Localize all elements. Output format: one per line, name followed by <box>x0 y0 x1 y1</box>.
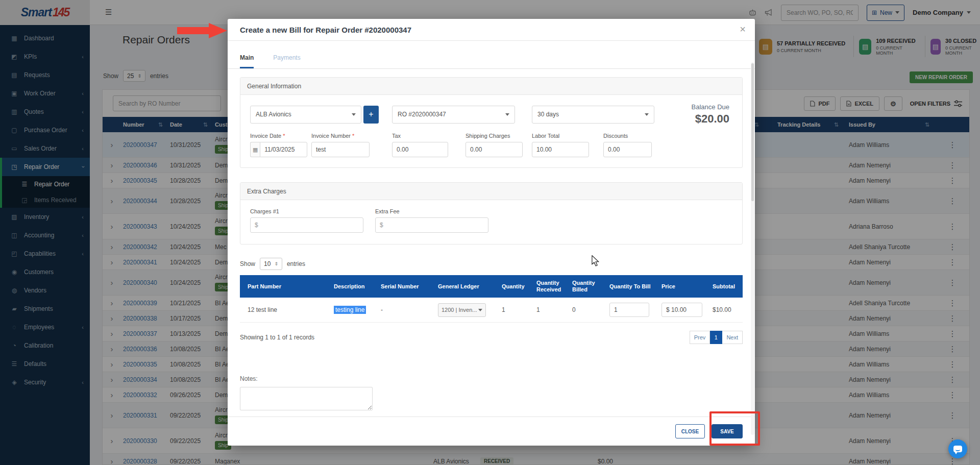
invoice-date-label: Invoice Date * <box>250 133 307 139</box>
repair-order-select[interactable]: RO #2020000347 <box>392 106 515 124</box>
tab-payments[interactable]: Payments <box>273 54 300 68</box>
discounts-label: Discounts <box>603 133 652 139</box>
serial-number-cell: - <box>374 306 431 313</box>
add-customer-button[interactable]: + <box>363 106 379 124</box>
pagination-next-button[interactable]: Next <box>722 331 743 344</box>
annotation-red-rectangle <box>709 411 760 446</box>
items-column-header-quantity-received: Quantity Received <box>529 280 565 293</box>
annotation-red-arrow <box>177 23 227 38</box>
quantity-received-cell: 1 <box>529 306 565 313</box>
quantity-billed-cell: 0 <box>565 306 602 313</box>
payment-terms-value: 30 days <box>537 111 559 118</box>
required-asterisk: * <box>283 133 285 139</box>
bill-items-header-row: Part NumberDescriptionSerial NumberGener… <box>240 275 743 298</box>
entries-label: entries <box>287 260 305 267</box>
charges-1-label: Charges #1 <box>250 208 363 214</box>
quantity-to-bill-input[interactable] <box>609 303 649 317</box>
items-column-header-quantity-to-bill: Quantity To Bill <box>602 283 654 290</box>
spinner-updown-icon: ⇕ <box>274 261 278 266</box>
scrollbar-thumb[interactable] <box>751 63 754 201</box>
modal-scrollbar[interactable] <box>751 62 754 435</box>
close-icon[interactable]: × <box>740 24 746 34</box>
balance-due-value: $20.00 <box>692 112 729 126</box>
items-column-header-subtotal: Subtotal <box>705 283 743 290</box>
bill-items-table: Part NumberDescriptionSerial NumberGener… <box>240 275 743 323</box>
tax-input[interactable] <box>392 142 448 157</box>
chat-bubble-icon <box>953 446 962 452</box>
create-bill-modal: Create a new Bill for Repair Order #2020… <box>228 19 755 446</box>
repair-order-select-value: RO #2020000347 <box>398 111 446 118</box>
items-column-header-part-number: Part Number <box>240 283 327 290</box>
items-column-header-general-ledger: General Ledger <box>431 283 495 290</box>
records-summary: Showing 1 to 1 of 1 records <box>240 334 314 341</box>
balance-due-block: Balance Due $20.00 <box>692 103 729 126</box>
invoice-number-input[interactable] <box>311 142 370 157</box>
customer-select-value: ALB Avionics <box>256 111 291 118</box>
shipping-charges-input[interactable] <box>465 142 523 157</box>
chevron-down-icon <box>505 113 509 116</box>
chevron-down-icon <box>478 309 482 311</box>
pagination: Prev 1 Next <box>690 331 743 344</box>
section-header-general: General Information <box>240 78 742 95</box>
application-root: Smart 145 ▦Dashboard◩KPIs‹▤Requests▣Work… <box>0 0 980 465</box>
items-column-header-quantity: Quantity <box>495 283 529 290</box>
pagination-prev-button[interactable]: Prev <box>690 331 710 344</box>
extra-charges-section: Extra Charges Charges #1 Extra Fee <box>240 182 743 244</box>
modal-title: Create a new Bill for Repair Order #2020… <box>240 26 411 34</box>
bill-item-row: 12 test line testing line - 1200 | Inven… <box>240 298 743 323</box>
payment-terms-select[interactable]: 30 days <box>532 106 654 124</box>
invoice-number-label: Invoice Number * <box>311 133 370 139</box>
general-ledger-select[interactable]: 1200 | Inven... <box>438 303 486 317</box>
balance-due-label: Balance Due <box>692 103 729 111</box>
items-column-header-description: Description <box>327 283 374 290</box>
price-input[interactable] <box>662 303 702 317</box>
general-information-section: General Information ALB Avionics + RO #2… <box>240 77 743 168</box>
notes-textarea[interactable] <box>240 387 373 410</box>
part-number-cell: 12 test line <box>240 306 327 313</box>
customer-select[interactable]: ALB Avionics <box>250 106 361 124</box>
items-column-header-serial-number: Serial Number <box>374 283 431 290</box>
labor-total-input[interactable] <box>532 142 589 157</box>
required-asterisk: * <box>352 133 354 139</box>
discounts-input[interactable] <box>603 142 652 157</box>
items-column-header-price: Price <box>654 283 705 290</box>
subtotal-cell: $10.00 <box>705 306 743 313</box>
extra-fee-label: Extra Fee <box>375 208 488 214</box>
items-column-header-quantity-billed: Quantity Billed <box>565 280 602 293</box>
modal-tabs: Main Payments <box>228 41 755 69</box>
calendar-icon[interactable]: ▦ <box>250 142 260 157</box>
charges-1-input[interactable] <box>250 217 363 233</box>
tax-label: Tax <box>392 133 448 139</box>
extra-fee-input[interactable] <box>375 217 488 233</box>
modal-entries-per-page-select[interactable]: 10 ⇕ <box>260 258 282 270</box>
description-cell-selected-text[interactable]: testing line <box>334 306 366 314</box>
quantity-cell: 1 <box>495 306 529 313</box>
modal-entries-value: 10 <box>264 260 271 267</box>
notes-label: Notes: <box>240 375 258 382</box>
invoice-date-input[interactable] <box>260 142 307 157</box>
chat-launcher-button[interactable] <box>948 439 967 458</box>
pagination-page-1-button[interactable]: 1 <box>710 331 722 344</box>
labor-total-label: Labor Total <box>532 133 589 139</box>
section-header-extra-charges: Extra Charges <box>240 183 742 200</box>
tab-main[interactable]: Main <box>240 54 254 68</box>
chevron-down-icon <box>352 113 356 116</box>
show-label: Show <box>240 260 255 267</box>
close-button[interactable]: CLOSE <box>675 424 705 438</box>
mouse-cursor <box>591 255 600 266</box>
modal-show-entries-control: Show 10 ⇕ entries <box>240 258 743 270</box>
chevron-down-icon <box>645 113 649 116</box>
shipping-charges-label: Shipping Charges <box>465 133 523 139</box>
